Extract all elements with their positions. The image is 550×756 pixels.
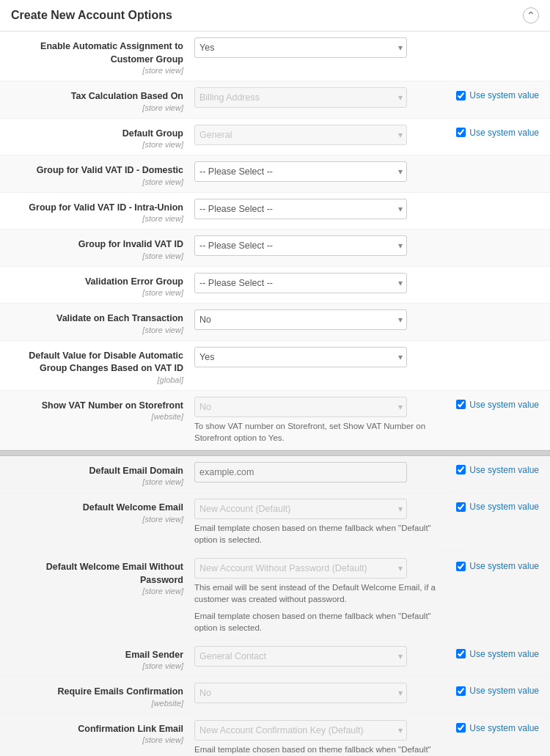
validate-each-transaction-select[interactable]: NoYes: [194, 309, 407, 330]
label-col-validation-error-group: Validation Error Group[store view]: [11, 273, 194, 298]
form-row-default-welcome-email-no-pwd: Default Welcome Email Without Password[s…: [0, 552, 550, 639]
note-confirmation-link-email: Email template chosen based on theme fal…: [194, 744, 449, 756]
control-inner-confirmation-link-email: New Account Confirmation Key (Default)Em…: [194, 720, 449, 756]
form-row-group-invalid-vat: Group for Invalid VAT ID[store view]-- P…: [0, 230, 550, 267]
control-col-default-welcome-email: New Account (Default)Email template chos…: [194, 499, 539, 546]
system-value-label: Use system value: [469, 502, 539, 512]
control-inner-default-value-disable-auto: YesNo: [194, 347, 539, 367]
label-col-default-group: Default Group[store view]: [11, 125, 194, 150]
system-value-checkbox[interactable]: [456, 723, 466, 733]
label-require-emails-confirmation: Require Emails Confirmation: [57, 686, 183, 697]
form-row-show-vat-storefront: Show VAT Number on Storefront[website]No…: [0, 391, 550, 450]
system-value-checkbox[interactable]: [456, 686, 466, 696]
scope-default-welcome-email: [store view]: [11, 515, 183, 524]
control-col-group-valid-vat-intra: -- Please Select --: [194, 199, 539, 219]
system-value-checkbox[interactable]: [456, 128, 466, 137]
label-col-require-emails-confirmation: Require Emails Confirmation[website]: [11, 683, 194, 708]
system-value-label: Use system value: [469, 561, 539, 571]
label-col-enable-auto-assign: Enable Automatic Assignment to Customer …: [11, 37, 194, 75]
scope-default-value-disable-auto: [global]: [11, 375, 183, 384]
system-value-checkbox[interactable]: [456, 562, 466, 571]
form-section-1: Enable Automatic Assignment to Customer …: [0, 32, 550, 450]
system-value-checkbox-wrapper: Use system value: [456, 558, 539, 571]
control-col-require-emails-confirmation: NoYesUse system value: [194, 683, 539, 703]
control-col-show-vat-storefront: NoYesTo show VAT number on Storefront, s…: [194, 397, 539, 444]
show-vat-storefront-select: NoYes: [194, 397, 407, 417]
system-value-checkbox-wrapper: Use system value: [456, 87, 539, 100]
label-col-default-value-disable-auto: Default Value for Disable Automatic Grou…: [11, 347, 194, 384]
scope-group-valid-vat-intra: [store view]: [11, 214, 183, 223]
label-col-default-email-domain: Default Email Domain[store view]: [11, 462, 194, 487]
label-col-group-invalid-vat: Group for Invalid VAT ID[store view]: [11, 235, 194, 260]
form-row-validation-error-group: Validation Error Group[store view]-- Ple…: [0, 267, 550, 304]
system-value-checkbox-wrapper: Use system value: [456, 683, 539, 696]
control-col-group-invalid-vat: -- Please Select --: [194, 235, 539, 256]
form-row-enable-auto-assign: Enable Automatic Assignment to Customer …: [0, 32, 550, 81]
label-default-welcome-email: Default Welcome Email: [83, 502, 183, 513]
group-valid-vat-intra-select[interactable]: -- Please Select --: [194, 199, 407, 219]
control-inner-group-valid-vat-intra: -- Please Select --: [194, 199, 539, 219]
control-inner-default-welcome-email: New Account (Default)Email template chos…: [194, 499, 449, 546]
form-row-default-value-disable-auto: Default Value for Disable Automatic Grou…: [0, 341, 550, 391]
form-section-2: Default Email Domain[store view]Use syst…: [0, 456, 550, 756]
default-value-disable-auto-select[interactable]: YesNo: [194, 347, 407, 367]
scope-group-valid-vat-domestic: [store view]: [11, 177, 183, 186]
label-default-welcome-email-no-pwd: Default Welcome Email Without Password: [46, 562, 183, 585]
scope-default-group: [store view]: [11, 140, 183, 149]
enable-auto-assign-select[interactable]: YesNo: [194, 37, 407, 58]
control-col-group-valid-vat-domestic: -- Please Select --: [194, 161, 539, 182]
label-col-show-vat-storefront: Show VAT Number on Storefront[website]: [11, 397, 194, 422]
scope-default-email-domain: [store view]: [11, 477, 183, 486]
group-valid-vat-domestic-select[interactable]: -- Please Select --: [194, 161, 407, 182]
section-title: Create New Account Options: [11, 9, 172, 22]
form-row-validate-each-transaction: Validate on Each Transaction[store view]…: [0, 304, 550, 341]
section-divider: [0, 450, 550, 456]
control-inner-tax-calc: Billing AddressShipping Address: [194, 87, 449, 108]
section-header: Create New Account Options ⌃: [0, 0, 550, 32]
control-col-default-group: GeneralUse system value: [194, 125, 539, 145]
control-col-confirmation-link-email: New Account Confirmation Key (Default)Em…: [194, 720, 539, 756]
note1-default-welcome-email-no-pwd: This email will be sent instead of the D…: [194, 581, 449, 605]
system-value-checkbox[interactable]: [456, 465, 466, 474]
control-col-validate-each-transaction: NoYes: [194, 309, 539, 330]
email-sender-select: General Contact: [194, 646, 407, 667]
system-value-checkbox-wrapper: Use system value: [456, 720, 539, 733]
control-inner-validate-each-transaction: NoYes: [194, 309, 539, 330]
default-email-domain-input: [194, 462, 407, 482]
scope-tax-calc: [store view]: [11, 103, 183, 112]
label-validate-each-transaction: Validate on Each Transaction: [56, 313, 183, 323]
group-invalid-vat-select[interactable]: -- Please Select --: [194, 235, 407, 256]
default-group-select: General: [194, 125, 407, 145]
page-wrapper: Create New Account Options ⌃ Enable Auto…: [0, 0, 550, 756]
control-inner-validation-error-group: -- Please Select --: [194, 273, 539, 293]
label-confirmation-link-email: Confirmation Link Email: [78, 724, 183, 734]
scope-default-welcome-email-no-pwd: [store view]: [11, 587, 183, 595]
system-value-checkbox[interactable]: [456, 400, 466, 409]
system-value-checkbox[interactable]: [456, 502, 466, 512]
system-value-label: Use system value: [469, 90, 539, 100]
scope-group-invalid-vat: [store view]: [11, 252, 183, 260]
system-value-checkbox-wrapper: Use system value: [456, 125, 539, 138]
system-value-label: Use system value: [469, 465, 539, 475]
note2-default-welcome-email-no-pwd: Email template chosen based on theme fal…: [194, 610, 449, 634]
system-value-checkbox[interactable]: [456, 649, 466, 658]
control-inner-default-email-domain: [194, 462, 449, 482]
control-col-tax-calc: Billing AddressShipping AddressUse syste…: [194, 87, 539, 108]
label-default-value-disable-auto: Default Value for Disable Automatic Grou…: [29, 351, 183, 374]
collapse-button[interactable]: ⌃: [523, 7, 539, 23]
system-value-label: Use system value: [469, 128, 539, 138]
system-value-checkbox[interactable]: [456, 91, 466, 100]
label-group-invalid-vat: Group for Invalid VAT ID: [78, 239, 183, 249]
label-col-default-welcome-email-no-pwd: Default Welcome Email Without Password[s…: [11, 558, 194, 595]
note-show-vat-storefront: To show VAT number on Storefront, set Sh…: [194, 420, 449, 444]
form-row-group-valid-vat-intra: Group for Valid VAT ID - Intra-Union[sto…: [0, 193, 550, 230]
label-col-group-valid-vat-intra: Group for Valid VAT ID - Intra-Union[sto…: [11, 199, 194, 224]
system-value-checkbox-wrapper: Use system value: [456, 499, 539, 512]
label-email-sender: Email Sender: [125, 650, 183, 660]
note-default-welcome-email: Email template chosen based on theme fal…: [194, 522, 449, 546]
scope-enable-auto-assign: [store view]: [11, 66, 183, 75]
label-col-tax-calc: Tax Calculation Based On[store view]: [11, 87, 194, 112]
validation-error-group-select[interactable]: -- Please Select --: [194, 273, 407, 293]
system-value-label: Use system value: [469, 686, 539, 696]
label-group-valid-vat-intra: Group for Valid VAT ID - Intra-Union: [29, 202, 183, 213]
